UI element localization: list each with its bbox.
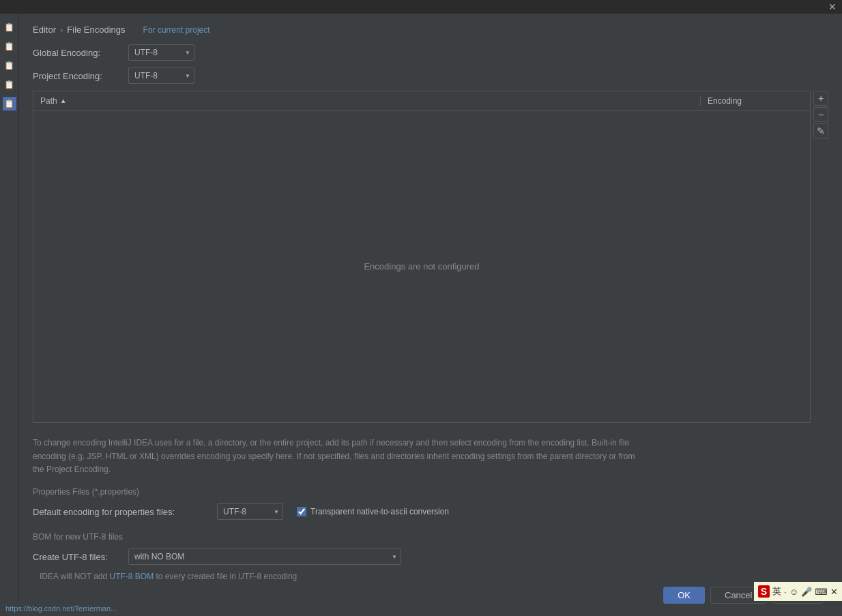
sidebar-icon-2[interactable]: 📋 <box>3 40 16 53</box>
top-bar: ✕ <box>0 0 842 14</box>
properties-encoding-select-wrapper: UTF-8 UTF-16 ISO-8859-1 <box>217 503 283 520</box>
transparent-conversion-checkbox[interactable] <box>297 507 306 516</box>
ime-close[interactable]: ✕ <box>830 587 838 597</box>
global-encoding-row: Global Encoding: UTF-8 UTF-16 ISO-8859-1 <box>33 44 828 61</box>
ime-emoji[interactable]: ☺ <box>789 587 798 597</box>
project-encoding-label: Project Encoding: <box>33 71 121 81</box>
global-encoding-select[interactable]: UTF-8 UTF-16 ISO-8859-1 <box>128 44 194 61</box>
project-encoding-select-wrapper: UTF-8 UTF-16 ISO-8859-1 <box>128 68 194 84</box>
ime-items[interactable]: 英 · ☺ 🎤 ⌨ ✕ <box>772 585 838 598</box>
project-encoding-row: Project Encoding: UTF-8 UTF-16 ISO-8859-… <box>33 68 828 84</box>
properties-encoding-row: Default encoding for properties files: U… <box>33 503 828 520</box>
global-encoding-label: Global Encoding: <box>33 48 121 58</box>
ime-logo: S <box>758 585 770 598</box>
global-encoding-select-wrapper: UTF-8 UTF-16 ISO-8859-1 <box>128 44 194 61</box>
properties-encoding-select[interactable]: UTF-8 UTF-16 ISO-8859-1 <box>217 503 283 520</box>
ime-bar: S 英 · ☺ 🎤 ⌨ ✕ <box>754 582 842 601</box>
sidebar-icon-1[interactable]: 📋 <box>3 20 16 34</box>
transparent-conversion-checkbox-wrapper: Transparent native-to-ascii conversion <box>297 507 449 516</box>
sidebar-icon-3[interactable]: 📋 <box>3 59 16 72</box>
table-header-path[interactable]: Path ▲ <box>33 96 701 106</box>
bom-section-label: BOM for new UTF-8 files <box>33 532 828 542</box>
breadcrumb-parent: Editor <box>33 25 56 35</box>
breadcrumb-current: File Encodings <box>67 25 125 35</box>
bom-create-label: Create UTF-8 files: <box>33 552 121 562</box>
properties-section-label: Properties Files (*.properties) <box>33 487 828 497</box>
bom-select-wrapper: with NO BOM with BOM <box>128 548 401 565</box>
table-header-encoding: Encoding <box>701 96 810 106</box>
url-bar: https://blog.csdn.net/Terrierman... <box>0 601 478 616</box>
sidebar-icon-5-active[interactable]: 📋 <box>3 97 16 111</box>
ime-lang[interactable]: 英 <box>772 585 781 598</box>
edit-encoding-button[interactable]: ✎ <box>813 123 828 138</box>
bom-row: Create UTF-8 files: with NO BOM with BOM <box>33 548 828 565</box>
transparent-conversion-label: Transparent native-to-ascii conversion <box>310 507 449 516</box>
bom-select[interactable]: with NO BOM with BOM <box>128 548 401 565</box>
bom-hint: IDEA will NOT add UTF-8 BOM to every cre… <box>40 572 828 581</box>
breadcrumb: Editor › File Encodings For current proj… <box>33 25 828 35</box>
properties-encoding-label: Default encoding for properties files: <box>33 507 210 517</box>
description-text: To change encoding IntelliJ IDEA uses fo… <box>33 437 828 476</box>
sidebar: 📋 📋 📋 📋 📋 <box>0 14 19 616</box>
for-current-project-link[interactable]: For current project <box>143 25 210 35</box>
project-encoding-select[interactable]: UTF-8 UTF-16 ISO-8859-1 <box>128 68 194 84</box>
ok-button[interactable]: OK <box>663 587 705 604</box>
add-encoding-button[interactable]: + <box>813 91 828 106</box>
utf8-bom-link[interactable]: UTF-8 BOM <box>109 572 154 581</box>
ime-voice[interactable]: 🎤 <box>801 587 812 597</box>
remove-encoding-button[interactable]: − <box>813 107 828 122</box>
bom-section: BOM for new UTF-8 files Create UTF-8 fil… <box>33 532 828 581</box>
table-empty-message: Encodings are not configured <box>364 261 479 272</box>
table-toolbar: + − ✎ <box>813 91 828 430</box>
main-content: Editor › File Encodings For current proj… <box>19 14 842 616</box>
ime-keyboard[interactable]: ⌨ <box>815 587 828 597</box>
table-header: Path ▲ Encoding <box>33 91 810 111</box>
sidebar-icon-4[interactable]: 📋 <box>3 78 16 91</box>
close-button[interactable]: ✕ <box>828 2 837 12</box>
encodings-table: Path ▲ Encoding Encodings are not config… <box>33 91 811 423</box>
table-body: Encodings are not configured <box>33 111 810 422</box>
breadcrumb-separator: › <box>60 25 63 35</box>
ime-dot: · <box>784 587 787 597</box>
